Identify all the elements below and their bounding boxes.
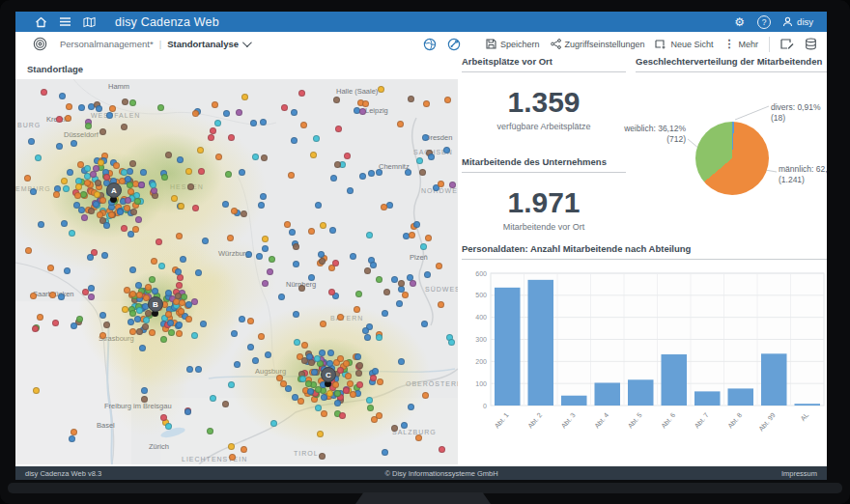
map-point <box>421 321 428 327</box>
bar-abt2[interactable] <box>528 280 554 406</box>
map-point <box>270 420 277 427</box>
toolbar-divider <box>769 37 770 52</box>
map-canvas[interactable]: HammWESTFALENKrefeldDüsseldorfBURGEMBURG… <box>15 79 458 464</box>
monitor-chin <box>8 483 842 493</box>
settings-gear-icon[interactable]: ⚙ <box>733 15 746 28</box>
breadcrumb-divider: | <box>159 39 161 49</box>
map-point <box>329 227 336 234</box>
top-bar: disy Cadenza Web ⚙ ? disy <box>15 12 827 32</box>
map-point <box>88 285 95 292</box>
breadcrumb: Personalmanagement* | Standortanalyse <box>60 39 249 49</box>
geo-view-icon[interactable] <box>423 38 437 51</box>
map-point <box>195 269 202 276</box>
map-point <box>298 398 304 405</box>
footer-version: disy Cadenza Web v8.3 <box>15 469 101 478</box>
map-point <box>140 169 147 176</box>
map-point <box>157 104 164 111</box>
map-point <box>376 412 382 419</box>
user-icon <box>782 16 793 27</box>
map-point <box>151 258 157 265</box>
map-point <box>88 208 95 214</box>
worksheet-dropdown[interactable]: Standortanalyse <box>167 39 249 49</box>
map-point <box>99 197 106 204</box>
map-point <box>178 308 184 315</box>
map-point <box>354 306 360 313</box>
save-button[interactable]: Speichern <box>486 39 540 49</box>
map-point <box>121 225 128 232</box>
access-settings-button[interactable]: Zugriffseinstellungen <box>551 39 645 49</box>
map-point <box>122 306 128 313</box>
map-point <box>239 169 245 176</box>
menu-icon[interactable] <box>59 15 71 28</box>
map-point <box>129 310 136 317</box>
map-point <box>319 258 326 265</box>
more-button[interactable]: ⋮ Mehr <box>723 39 758 49</box>
bar-abt1[interactable] <box>495 288 521 406</box>
map-point <box>124 205 130 211</box>
map-point <box>372 368 379 375</box>
map-point <box>129 291 136 297</box>
analysis-tools-icon[interactable] <box>447 38 461 51</box>
map-point <box>210 127 216 134</box>
bar-abt6[interactable] <box>662 354 688 406</box>
help-icon[interactable]: ? <box>757 15 771 29</box>
map-point <box>192 205 199 211</box>
map-point <box>158 263 165 269</box>
bar-abt5[interactable] <box>628 379 654 406</box>
bar-abt99[interactable] <box>761 353 787 406</box>
bar-abt4[interactable] <box>595 382 621 406</box>
home-icon[interactable] <box>35 15 47 28</box>
footer-impressum-link[interactable]: Impressum <box>781 469 827 478</box>
map-point <box>344 153 351 159</box>
map-point <box>370 262 377 268</box>
database-icon[interactable] <box>805 38 817 50</box>
svg-text:Abt. 7: Abt. 7 <box>694 411 710 430</box>
footer-bar: disy Cadenza Web v8.3 © Disy Information… <box>15 466 827 480</box>
map-point <box>75 183 82 190</box>
map-point <box>428 154 435 160</box>
access-settings-label: Zugriffseinstellungen <box>565 40 645 49</box>
map-point <box>345 373 352 379</box>
bar-al[interactable] <box>795 404 821 406</box>
map-point <box>298 90 305 97</box>
map-point <box>94 191 100 198</box>
map-point <box>90 171 97 178</box>
gender-pie-chart[interactable] <box>695 122 769 195</box>
map-point <box>355 291 362 297</box>
map-point <box>81 214 88 221</box>
map-point <box>327 350 334 356</box>
navigator-target-icon[interactable] <box>27 37 52 51</box>
bar-abt7[interactable] <box>694 391 721 406</box>
map-point <box>185 316 192 322</box>
map-point <box>281 104 288 111</box>
map-icon[interactable] <box>83 15 96 28</box>
map-point <box>130 209 137 215</box>
map-point <box>416 157 423 164</box>
map-point <box>178 203 184 210</box>
map-panel-title: Standortlage <box>27 64 458 80</box>
pie-slice-label: divers: 0,91%(18) <box>771 102 821 125</box>
map-point <box>250 120 257 126</box>
map-point <box>65 115 71 122</box>
breadcrumb-workbook[interactable]: Personalmanagement* <box>60 39 154 49</box>
map-point <box>223 110 230 117</box>
edit-sheet-icon[interactable] <box>780 38 794 50</box>
map-point <box>200 321 207 327</box>
pie-panel: Geschlechterverteilung der Mitarbeitende… <box>636 56 827 241</box>
map-point <box>38 221 44 228</box>
kpi1-value: 1.359 <box>462 86 626 119</box>
map-point <box>278 294 285 300</box>
bar-abt8[interactable] <box>728 388 754 406</box>
map-point <box>214 120 221 126</box>
map-point <box>260 193 267 200</box>
map-point <box>127 168 133 175</box>
pie-panel-title: Geschlechterverteilung der Mitarbeitende… <box>636 56 827 72</box>
new-view-button[interactable]: Neue Sicht <box>655 39 713 49</box>
department-bar-chart[interactable]: 0100200300400500600Abt. 1Abt. 2Abt. 3Abt… <box>462 265 827 458</box>
map-point <box>177 156 184 163</box>
user-menu[interactable]: disy <box>782 16 813 27</box>
map-point <box>73 202 80 209</box>
map-point <box>354 353 361 360</box>
bar-abt3[interactable] <box>561 396 587 406</box>
map-point <box>391 425 398 432</box>
